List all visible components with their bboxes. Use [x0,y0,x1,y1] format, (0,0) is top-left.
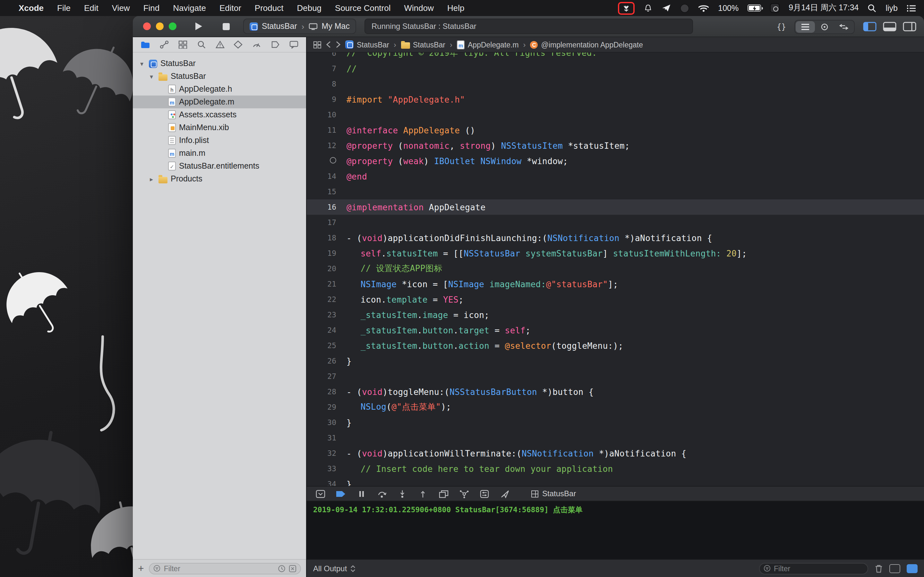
debug-process[interactable]: StatusBar [531,489,576,498]
step-into-button[interactable] [397,488,408,499]
code-text[interactable]: @interface AppDelegate () [347,125,475,135]
spotlight-search-icon[interactable] [867,3,877,13]
pause-button[interactable] [355,488,367,499]
navigator-toggle-button[interactable] [863,22,877,31]
line-number[interactable]: 20 [307,264,338,273]
menu-item-source-control[interactable]: Source Control [335,3,391,13]
line-number[interactable]: 12 [307,141,338,150]
breakpoint-navigator-tab[interactable] [271,40,280,49]
line-number[interactable]: 6 [307,53,338,58]
breadcrumb-item[interactable]: StatusBar [345,40,389,49]
report-navigator-tab[interactable] [289,40,298,49]
recent-files-clock-icon[interactable] [278,564,286,572]
menu-item-help[interactable]: Help [447,3,465,13]
code-text[interactable]: @property (nonatomic, strong) NSStatusIt… [347,141,630,150]
source-control-tab[interactable] [160,40,169,49]
line-number[interactable]: 28 [307,387,338,396]
disclosure-triangle[interactable]: ▸ [148,175,155,182]
symbol-navigator-tab[interactable] [178,40,187,49]
line-number[interactable]: 15 [307,187,338,196]
menu-datetime[interactable]: 9月14日 周六 17:34 [788,3,859,13]
code-text[interactable]: } [347,479,352,486]
file-row-statusbar-entitlements[interactable]: ✓StatusBar.entitlements [133,160,306,172]
version-editor-button[interactable] [834,21,853,32]
line-number[interactable]: 27 [307,372,338,381]
control-list-icon[interactable] [907,4,916,12]
breadcrumb-item[interactable]: C@implementation AppDelegate [530,41,643,48]
breadcrumb-item[interactable]: StatusBar [401,40,445,49]
navigator-filter-field[interactable]: Filter [149,562,301,574]
line-number[interactable]: 19 [307,249,338,258]
menu-item-navigate[interactable]: Navigate [173,3,206,13]
console-filter-field[interactable]: Filter [759,562,868,574]
assistant-editor-button[interactable] [815,21,834,32]
code-text[interactable]: _statusItem.button.target = self; [347,326,531,335]
scheme-selector[interactable]: StatusBar › My Mac [243,19,356,34]
debug-navigator-tab[interactable] [252,40,262,49]
library-button[interactable]: {} [777,22,786,31]
line-number[interactable]: 32 [307,449,338,458]
line-number[interactable]: 31 [307,434,338,442]
disclosure-triangle[interactable]: ▾ [148,73,155,80]
scm-status-filter-icon[interactable] [289,564,296,572]
debug-area-toggle-button[interactable] [883,22,897,31]
code-text[interactable]: NSImage *icon = [NSImage imageNamed:@"st… [347,279,618,289]
output-mode-popup[interactable]: All Output [313,564,355,573]
file-row-appdelegate-m[interactable]: mAppDelegate.m [133,95,306,108]
code-text[interactable]: @end [347,171,367,181]
menu-item-editor[interactable]: Editor [220,3,241,13]
line-number[interactable]: 11 [307,126,338,135]
breakpoints-toggle-button[interactable] [335,488,347,499]
view-hierarchy-button[interactable] [438,488,449,499]
menu-item-product[interactable]: Product [255,3,284,13]
hide-debug-area-button[interactable] [314,488,326,499]
code-text[interactable]: - (void)applicationDidFinishLaunching:(N… [347,233,712,243]
console-pane-right-toggle[interactable] [907,564,918,573]
code-text[interactable]: - (void)toggleMenu:(NSStatusBarButton *)… [347,387,594,396]
code-text[interactable]: self.statusItem = [[NSStatusBar systemSt… [347,248,747,258]
line-number[interactable]: 18 [307,234,338,242]
step-out-button[interactable] [417,488,429,499]
menu-item-window[interactable]: Window [404,3,434,13]
line-number[interactable]: 9 [307,95,338,104]
code-text[interactable]: @property (weak) IBOutlet NSWindow *wind… [347,156,568,166]
test-navigator-tab[interactable] [234,40,243,49]
code-text[interactable]: NSLog(@"点击菜单"); [347,401,451,413]
line-number[interactable]: 34 [307,480,338,486]
line-number[interactable]: 26 [307,356,338,366]
code-text[interactable]: @implementation AppDelegate [347,202,485,212]
file-row-main-m[interactable]: mmain.m [133,147,306,160]
menu-extra-app-icon[interactable] [770,3,780,13]
notification-bell-icon[interactable] [644,3,653,13]
related-items-icon[interactable] [313,41,321,48]
step-over-button[interactable] [376,488,388,499]
zoom-window-button[interactable] [169,23,176,30]
code-text[interactable]: _statusItem.image = icon; [347,310,489,319]
line-number[interactable]: 17 [307,218,338,227]
project-navigator-tab[interactable] [141,41,150,48]
line-number[interactable]: 29 [307,403,338,412]
inspector-toggle-button[interactable] [903,22,916,31]
line-number[interactable]: 10 [307,110,338,119]
standard-editor-button[interactable] [796,21,815,32]
file-row-statusbar[interactable]: ▾StatusBar [133,57,306,70]
menu-item-find[interactable]: Find [144,3,160,13]
code-text[interactable]: _statusItem.button.action = @selector(to… [347,341,624,350]
code-text[interactable]: - (void)applicationWillTerminate:(NSNoti… [347,448,687,458]
memory-graph-button[interactable] [458,488,470,499]
close-window-button[interactable] [143,23,151,30]
menu-item-edit[interactable]: Edit [84,3,99,13]
menu-item-debug[interactable]: Debug [297,3,321,13]
menu-item-app[interactable]: Xcode [19,3,44,13]
code-text[interactable]: } [347,356,352,366]
telegram-icon[interactable] [662,4,671,12]
menu-item-view[interactable]: View [112,3,130,13]
add-button[interactable]: + [138,563,144,574]
back-button[interactable] [326,41,331,48]
code-text[interactable]: icon.template = YES; [347,295,464,304]
disclosure-triangle[interactable]: ▾ [138,60,145,67]
code-text[interactable]: // Copyright © 2019年 liyb. All rights re… [347,53,597,59]
minimize-window-button[interactable] [156,23,164,30]
code-editor[interactable]: 6// Copyright © 2019年 liyb. All rights r… [307,53,924,486]
code-text[interactable]: #import "AppDelegate.h" [347,95,465,104]
